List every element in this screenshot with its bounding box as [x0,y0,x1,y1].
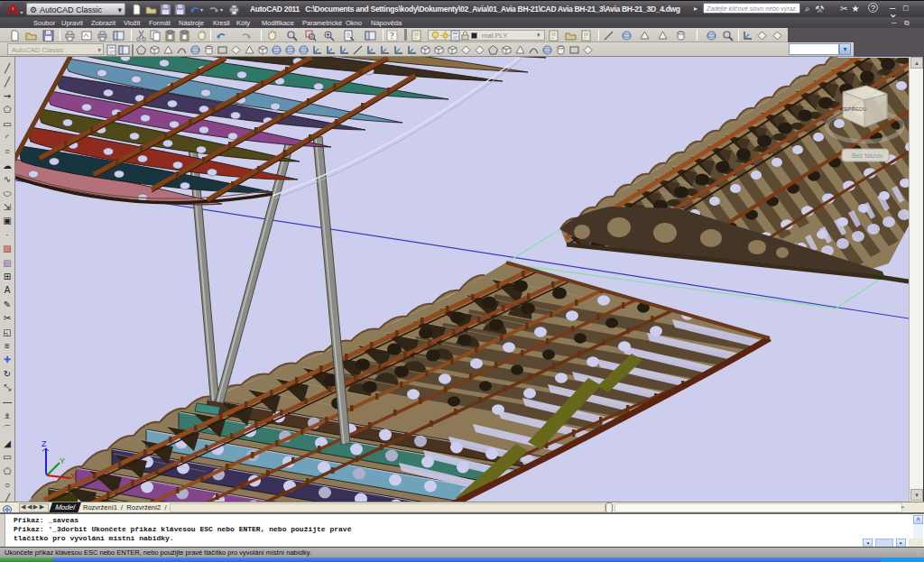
svg-text:Z: Z [42,439,47,448]
svg-text:Y: Y [60,456,65,465]
svg-text:Bez Názvu: Bez Názvu [852,152,882,159]
svg-text:?: ? [390,31,394,41]
svg-text:X: X [70,472,76,481]
svg-text:ZEPŘEDU: ZEPŘEDU [841,106,867,112]
